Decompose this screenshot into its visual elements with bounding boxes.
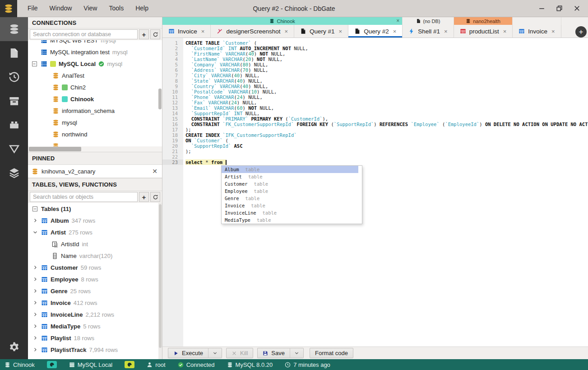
rail-history-button[interactable] <box>0 65 28 89</box>
connection-item[interactable]: Chinook <box>28 93 162 105</box>
save-options-button[interactable] <box>290 348 304 358</box>
autocomplete-item-album[interactable]: Albumtable <box>222 166 358 173</box>
connections-hscrollbar[interactable] <box>28 146 162 152</box>
restore-button-icon[interactable] <box>556 5 563 12</box>
tab-shell-1[interactable]: Shell #1× <box>403 25 454 37</box>
format-code-button[interactable]: Format code <box>310 348 353 358</box>
hscrollbar-thumb[interactable] <box>29 147 81 151</box>
autocomplete-item-employee[interactable]: Employeetable <box>222 187 358 195</box>
execute-options-button[interactable] <box>208 348 222 358</box>
menu-help[interactable]: Help <box>130 0 154 17</box>
rail-gear-button[interactable] <box>0 335 28 359</box>
statusbar-item-mysql-8-0-20[interactable]: MySQL 8.0.20 <box>227 361 273 368</box>
rail-triangle-down-button[interactable] <box>0 137 28 161</box>
table-item-playlisttrack[interactable]: PlaylistTrack7,994 rows <box>28 344 162 356</box>
statusbar-item-mysql-local[interactable]: MySQL Local <box>69 361 113 368</box>
expand-chevron[interactable] <box>32 323 38 329</box>
connection-item[interactable]: mysql <box>28 117 162 128</box>
menu-view[interactable]: View <box>78 0 103 17</box>
rail-database-button[interactable] <box>0 17 28 41</box>
tables-group-row[interactable]: −Tables (11) <box>28 203 162 215</box>
collapse-expander[interactable]: − <box>32 206 38 211</box>
connection-item[interactable]: information_schema <box>28 105 162 117</box>
table-item-employee[interactable]: Employee8 rows <box>28 273 162 285</box>
minus-box-icon[interactable]: − <box>32 206 37 211</box>
connections-search-input[interactable] <box>30 29 138 39</box>
expand-chevron[interactable] <box>32 312 38 317</box>
expand-chevron[interactable] <box>32 347 38 352</box>
vscrollbar-thumb[interactable] <box>159 204 162 348</box>
minimize-button-icon[interactable] <box>538 5 546 12</box>
expand-chevron[interactable] <box>32 335 38 341</box>
close-tab-icon[interactable]: × <box>393 28 397 35</box>
table-item-album[interactable]: Album347 rows <box>28 215 162 226</box>
tab-designerscreenshot[interactable]: designerScreenshot× <box>211 25 294 37</box>
autocomplete-item-customer[interactable]: Customertable <box>222 180 358 187</box>
table-item-mediatype[interactable]: MediaType5 rows <box>28 320 162 332</box>
tab-productlist[interactable]: productList× <box>454 25 513 37</box>
connection-item[interactable]: MySQL integration testmysql <box>28 46 162 58</box>
connection-item[interactable]: AnalTest <box>28 70 162 81</box>
connection-item[interactable]: MYSQL WB TESTmysql <box>28 40 162 46</box>
expand-chevron[interactable] <box>32 218 38 223</box>
close-tab-icon[interactable]: × <box>503 28 507 35</box>
close-group-icon[interactable]: × <box>396 18 399 24</box>
autocomplete-item-invoice[interactable]: Invoicetable <box>222 202 358 209</box>
refresh-connections-button[interactable] <box>150 29 160 39</box>
close-tab-icon[interactable]: × <box>201 28 205 35</box>
column-item-artistid[interactable]: ArtistIdint <box>28 238 162 250</box>
unpin-icon[interactable]: ✕ <box>152 168 157 175</box>
connection-item[interactable]: northwind <box>28 128 162 140</box>
execute-button[interactable]: Execute <box>168 348 208 358</box>
close-button-icon[interactable] <box>573 5 581 12</box>
autocomplete-item-genre[interactable]: Genretable <box>222 195 358 202</box>
close-tab-icon[interactable]: × <box>444 28 448 35</box>
statusbar-item-7-minutes-ago[interactable]: 7 minutes ago <box>285 361 330 368</box>
autocomplete-item-artist[interactable]: Artisttable <box>222 173 358 180</box>
new-tab-button[interactable]: + <box>575 26 587 37</box>
menu-tools[interactable]: Tools <box>103 0 130 17</box>
expand-chevron[interactable] <box>32 300 38 305</box>
connection-item[interactable]: Chin2 <box>28 81 162 93</box>
rail-layers-button[interactable] <box>0 161 28 185</box>
table-item-invoiceline[interactable]: InvoiceLine2,212 rows <box>28 309 162 320</box>
add-connection-button[interactable]: + <box>139 29 149 39</box>
statusbar-item-chinook[interactable]: Chinook <box>5 361 35 368</box>
refresh-objects-button[interactable] <box>150 192 160 202</box>
column-item-name[interactable]: Namevarchar(120) <box>28 250 162 262</box>
connections-vscrollbar[interactable] <box>158 89 162 109</box>
add-object-button[interactable]: + <box>139 192 149 202</box>
table-item-playlist[interactable]: Playlist18 rows <box>28 332 162 344</box>
rail-file-button[interactable] <box>0 41 28 65</box>
autocomplete-item-mediatype[interactable]: MediaTypetable <box>222 216 358 224</box>
statusbar-item-root[interactable]: root <box>147 361 165 368</box>
collapse-chevron[interactable] <box>32 229 38 235</box>
collapse-expander[interactable]: − <box>31 61 38 66</box>
statusbar-color-swatch-button[interactable] <box>47 361 57 368</box>
tab-invoice[interactable]: Invoice× <box>513 25 561 37</box>
pinned-item[interactable]: knihovna_v2_canary ✕ <box>28 165 162 178</box>
table-item-genre[interactable]: Genre25 rows <box>28 285 162 297</box>
expand-chevron[interactable] <box>32 276 38 282</box>
menu-window[interactable]: Window <box>44 0 78 17</box>
connection-item[interactable]: −MySQL Localmysql <box>28 58 162 70</box>
close-tab-icon[interactable]: × <box>284 28 288 35</box>
statusbar-color-swatch-button[interactable] <box>125 361 134 368</box>
objects-search-input[interactable] <box>30 192 138 202</box>
table-item-artist[interactable]: Artist275 rows <box>28 226 162 238</box>
tab-query-1[interactable]: Query #1× <box>294 25 348 37</box>
tab-invoice[interactable]: Invoice× <box>162 25 211 37</box>
autocomplete-item-invoiceline[interactable]: InvoiceLinetable <box>222 209 358 216</box>
kill-button[interactable]: Kill <box>226 348 253 358</box>
table-item-customer[interactable]: Customer59 rows <box>28 262 162 273</box>
expand-chevron[interactable] <box>32 288 38 294</box>
rail-plugins-button[interactable] <box>0 113 28 137</box>
minus-box-icon[interactable]: − <box>32 61 37 66</box>
close-tab-icon[interactable]: × <box>339 28 343 35</box>
expand-chevron[interactable] <box>32 265 38 270</box>
objects-vscrollbar[interactable] <box>158 203 162 359</box>
close-tab-icon[interactable]: × <box>551 28 555 35</box>
tab-query-2[interactable]: Query #2× <box>348 25 403 37</box>
statusbar-item-connected[interactable]: Connected <box>178 361 215 368</box>
table-item-invoice[interactable]: Invoice412 rows <box>28 297 162 309</box>
